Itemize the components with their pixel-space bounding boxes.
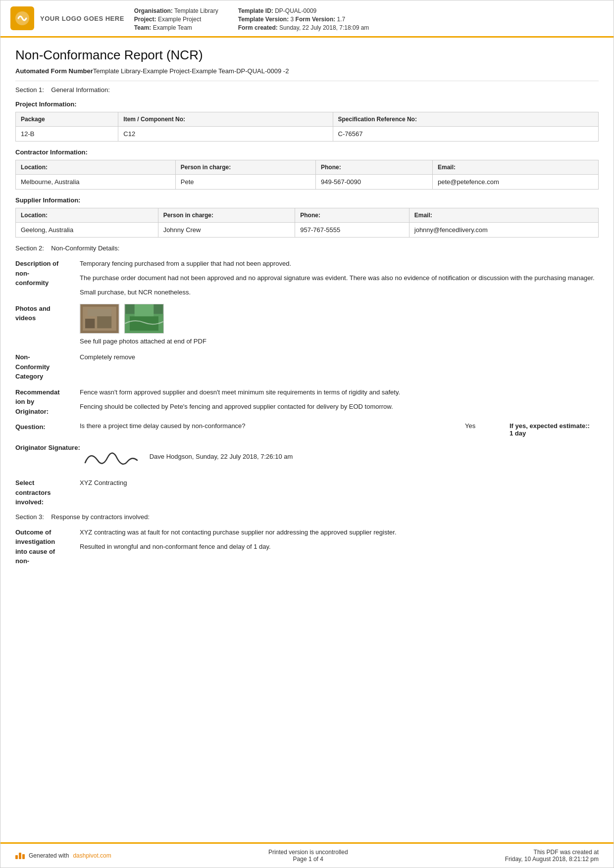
footer-right-line1: This PDF was created at bbox=[505, 849, 599, 856]
footer-right: This PDF was created at Friday, 10 Augus… bbox=[505, 849, 599, 863]
section2-label: Section 2: Non-Conformity Details: bbox=[15, 244, 119, 252]
photo-thumb-1 bbox=[80, 304, 119, 334]
sup-email-header: Email: bbox=[409, 208, 598, 223]
question-row: Question: Is there a project time delay … bbox=[15, 422, 599, 437]
org-row: Organisation: Template Library bbox=[134, 7, 218, 14]
desc-p1: Temporary fencing purchased from a suppl… bbox=[80, 259, 599, 269]
spec-cell: C-76567 bbox=[333, 127, 598, 142]
description-row: Description ofnon-conformity Temporary f… bbox=[15, 259, 599, 297]
description-value: Temporary fencing purchased from a suppl… bbox=[80, 259, 599, 297]
footer-left: Generated with dashpivot.com bbox=[15, 852, 111, 859]
signature-row: Originator Signature: Dave Hodgson, Sund… bbox=[15, 443, 599, 470]
spec-header: Specification Reference No: bbox=[333, 112, 598, 127]
template-id-row: Template ID: DP-QUAL-0009 bbox=[238, 7, 369, 14]
logo-block: YOUR LOGO GOES HERE bbox=[10, 5, 124, 31]
contractors-value: XYZ Contracting bbox=[80, 478, 599, 488]
supplier-row: Geelong, Australia Johnny Crew 957-767-5… bbox=[16, 223, 599, 238]
signature-meta: Dave Hodgson, Sunday, 22 July 2018, 7:26… bbox=[150, 453, 293, 460]
footer-right-line2: Friday, 10 August 2018, 8:21:12 pm bbox=[505, 856, 599, 863]
question-text: Is there a project time delay caused by … bbox=[80, 422, 450, 430]
bar3 bbox=[22, 854, 25, 859]
con-email-header: Email: bbox=[432, 160, 598, 175]
question-estimate: If yes, expected estimate::1 day bbox=[510, 422, 599, 437]
dashpivot-link[interactable]: dashpivot.com bbox=[73, 852, 111, 859]
photos-row: Photos andvideos bbox=[15, 304, 599, 347]
question-content: Is there a project time delay caused by … bbox=[80, 422, 599, 437]
photo-thumb-2 bbox=[124, 304, 164, 334]
section1-label: Section 1: General Information: bbox=[15, 86, 110, 94]
project-info-title: Project Information: bbox=[15, 100, 599, 108]
project-row: Project: Example Project bbox=[134, 16, 218, 23]
sup-phone-cell: 957-767-5555 bbox=[295, 223, 409, 238]
desc-p3: Small purchase, but NCR nonetheless. bbox=[80, 288, 599, 298]
rec-p1: Fence wasn't form approved supplier and … bbox=[80, 387, 599, 398]
outcome-value: XYZ contracting was at fault for not con… bbox=[80, 528, 599, 552]
project-info-table: Package Item / Component No: Specificati… bbox=[15, 112, 599, 142]
con-email-cell: pete@petefence.com bbox=[432, 175, 598, 190]
template-version-row: Template Version: 3 Form Version: 1.7 bbox=[238, 16, 369, 23]
footer-center-line2: Page 1 of 4 bbox=[268, 856, 348, 863]
svg-rect-8 bbox=[130, 316, 158, 331]
logo-icon bbox=[10, 6, 34, 30]
header-org-col: Organisation: Template Library Project: … bbox=[134, 7, 218, 31]
desc-p2: The purchase order document had not been… bbox=[80, 273, 599, 284]
header: YOUR LOGO GOES HERE Organisation: Templa… bbox=[0, 0, 614, 38]
item-cell: C12 bbox=[118, 127, 333, 142]
footer-center-line1: Printed version is uncontrolled bbox=[268, 849, 348, 856]
description-label: Description ofnon-conformity bbox=[15, 259, 80, 288]
sup-pic-cell: Johnny Crew bbox=[158, 223, 295, 238]
con-pic-cell: Pete bbox=[175, 175, 315, 190]
category-row: Non-ConformityCategory Completely remove bbox=[15, 352, 599, 382]
svg-rect-9 bbox=[135, 304, 154, 316]
recommendation-label: Recommendation byOriginator: bbox=[15, 387, 80, 417]
photos-container bbox=[80, 304, 599, 334]
form-number-label: Automated Form Number bbox=[15, 67, 93, 76]
bar2 bbox=[19, 853, 21, 859]
item-header: Item / Component No: bbox=[118, 112, 333, 127]
contractors-row: Selectcontractorsinvolved: XYZ Contracti… bbox=[15, 478, 599, 507]
contractor-info-title: Contractor Information: bbox=[15, 148, 599, 156]
signature-content: Dave Hodgson, Sunday, 22 July 2018, 7:26… bbox=[80, 443, 293, 470]
con-loc-header: Location: bbox=[16, 160, 176, 175]
category-value: Completely remove bbox=[80, 352, 599, 363]
team-row: Team: Example Team bbox=[134, 24, 218, 31]
section3-header: Section 3: Response by contractors invol… bbox=[15, 513, 599, 521]
con-pic-header: Person in charge: bbox=[175, 160, 315, 175]
section2-header: Section 2: Non-Conformity Details: bbox=[15, 244, 599, 252]
footer-center: Printed version is uncontrolled Page 1 o… bbox=[268, 849, 348, 863]
section1-header: Section 1: General Information: bbox=[15, 86, 599, 94]
footer: Generated with dashpivot.com Printed ver… bbox=[0, 842, 614, 868]
svg-rect-5 bbox=[88, 309, 111, 316]
section3-label: Section 3: Response by contractors invol… bbox=[15, 513, 150, 521]
sup-email-cell: johnny@fencedlivery.com bbox=[409, 223, 598, 238]
report-title: Non-Conformance Report (NCR) bbox=[15, 48, 599, 63]
sup-loc-header: Location: bbox=[16, 208, 158, 223]
outcome-p1: XYZ contracting was at fault for not con… bbox=[80, 528, 599, 538]
sup-phone-header: Phone: bbox=[295, 208, 409, 223]
rec-p2: Fencing should be collected by Pete's fe… bbox=[80, 402, 599, 412]
con-phone-header: Phone: bbox=[316, 160, 433, 175]
signature-label: Originator Signature: bbox=[15, 443, 80, 453]
logo-text: YOUR LOGO GOES HERE bbox=[40, 15, 124, 22]
recommendation-row: Recommendation byOriginator: Fence wasn'… bbox=[15, 387, 599, 417]
signature-image bbox=[80, 443, 140, 470]
photos-caption: See full page photos attached at end of … bbox=[80, 337, 599, 347]
supplier-info-table: Location: Person in charge: Phone: Email… bbox=[15, 208, 599, 238]
form-created-row: Form created: Sunday, 22 July 2018, 7:18… bbox=[238, 24, 369, 31]
pkg-cell: 12-B bbox=[16, 127, 118, 142]
supplier-info-title: Supplier Information: bbox=[15, 196, 599, 204]
recommendation-value: Fence wasn't form approved supplier and … bbox=[80, 387, 599, 412]
contractor-info-table: Location: Person in charge: Phone: Email… bbox=[15, 160, 599, 190]
pkg-header: Package bbox=[16, 112, 118, 127]
bar1 bbox=[15, 855, 18, 859]
project-info-row: 12-B C12 C-76567 bbox=[16, 127, 599, 142]
con-phone-cell: 949-567-0090 bbox=[316, 175, 433, 190]
photos-label: Photos andvideos bbox=[15, 304, 80, 323]
dashpivot-icon bbox=[15, 853, 25, 859]
photos-value: See full page photos attached at end of … bbox=[80, 304, 599, 347]
header-template-col: Template ID: DP-QUAL-0009 Template Versi… bbox=[238, 7, 369, 31]
sup-loc-cell: Geelong, Australia bbox=[16, 223, 158, 238]
category-label: Non-ConformityCategory bbox=[15, 352, 80, 382]
generated-text: Generated with bbox=[29, 852, 69, 859]
sup-pic-header: Person in charge: bbox=[158, 208, 295, 223]
